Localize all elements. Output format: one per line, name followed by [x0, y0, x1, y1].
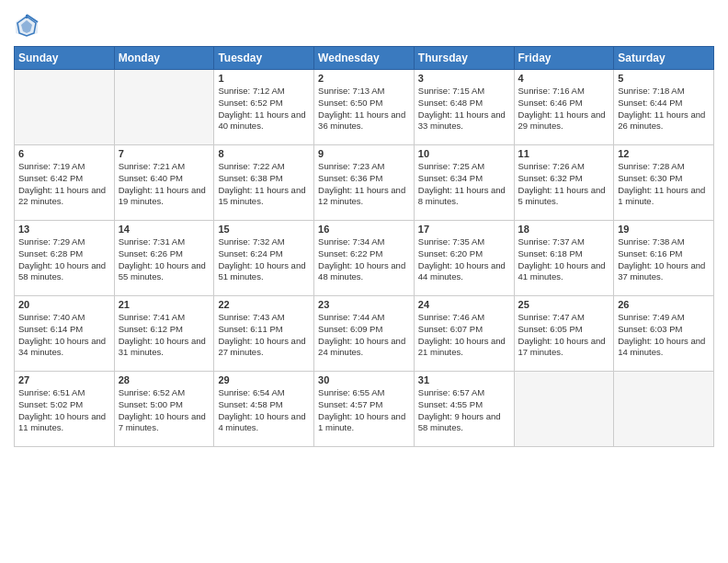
day-detail: Sunrise: 7:31 AMSunset: 6:26 PMDaylight:…	[119, 236, 210, 283]
calendar-cell: 19Sunrise: 7:38 AMSunset: 6:16 PMDayligh…	[614, 221, 714, 296]
calendar-week-row: 20Sunrise: 7:40 AMSunset: 6:14 PMDayligh…	[15, 296, 714, 372]
calendar-cell: 28Sunrise: 6:52 AMSunset: 5:00 PMDayligh…	[114, 372, 214, 447]
day-number: 22	[218, 299, 310, 310]
day-detail: Sunrise: 7:38 AMSunset: 6:16 PMDaylight:…	[618, 236, 710, 283]
calendar-cell: 15Sunrise: 7:32 AMSunset: 6:24 PMDayligh…	[214, 221, 314, 296]
day-header-sunday: Sunday	[15, 47, 115, 70]
day-number: 27	[18, 374, 110, 385]
day-detail: Sunrise: 7:49 AMSunset: 6:03 PMDaylight:…	[618, 312, 710, 359]
day-detail: Sunrise: 7:46 AMSunset: 6:07 PMDaylight:…	[418, 312, 510, 359]
day-number: 5	[618, 73, 710, 84]
day-detail: Sunrise: 6:55 AMSunset: 4:57 PMDaylight:…	[318, 387, 410, 434]
day-number: 21	[119, 299, 210, 310]
day-header-thursday: Thursday	[414, 47, 514, 70]
day-detail: Sunrise: 7:40 AMSunset: 6:14 PMDaylight:…	[18, 312, 110, 359]
calendar-cell: 21Sunrise: 7:41 AMSunset: 6:12 PMDayligh…	[114, 296, 214, 372]
calendar-cell: 23Sunrise: 7:44 AMSunset: 6:09 PMDayligh…	[314, 296, 415, 372]
logo-icon	[14, 13, 40, 39]
calendar-cell: 16Sunrise: 7:34 AMSunset: 6:22 PMDayligh…	[314, 221, 415, 296]
day-number: 20	[18, 299, 110, 310]
calendar-cell: 17Sunrise: 7:35 AMSunset: 6:20 PMDayligh…	[414, 221, 514, 296]
calendar-cell: 12Sunrise: 7:28 AMSunset: 6:30 PMDayligh…	[614, 145, 714, 221]
calendar-cell: 7Sunrise: 7:21 AMSunset: 6:40 PMDaylight…	[114, 145, 214, 221]
day-detail: Sunrise: 7:22 AMSunset: 6:38 PMDaylight:…	[218, 161, 310, 208]
day-detail: Sunrise: 7:12 AMSunset: 6:52 PMDaylight:…	[218, 86, 310, 132]
day-number: 14	[119, 224, 210, 235]
day-detail: Sunrise: 6:51 AMSunset: 5:02 PMDaylight:…	[18, 387, 110, 434]
calendar-week-row: 6Sunrise: 7:19 AMSunset: 6:42 PMDaylight…	[15, 145, 714, 221]
day-number: 9	[318, 148, 410, 159]
calendar-cell: 5Sunrise: 7:18 AMSunset: 6:44 PMDaylight…	[614, 70, 714, 145]
calendar-cell: 11Sunrise: 7:26 AMSunset: 6:32 PMDayligh…	[514, 145, 614, 221]
day-detail: Sunrise: 7:28 AMSunset: 6:30 PMDaylight:…	[618, 161, 710, 208]
day-number: 1	[218, 73, 310, 84]
day-detail: Sunrise: 7:26 AMSunset: 6:32 PMDaylight:…	[518, 161, 610, 208]
calendar-cell: 22Sunrise: 7:43 AMSunset: 6:11 PMDayligh…	[214, 296, 314, 372]
day-header-wednesday: Wednesday	[314, 47, 415, 70]
calendar-cell: 4Sunrise: 7:16 AMSunset: 6:46 PMDaylight…	[514, 70, 614, 145]
calendar-week-row: 27Sunrise: 6:51 AMSunset: 5:02 PMDayligh…	[15, 372, 714, 447]
day-number: 10	[418, 148, 510, 159]
day-detail: Sunrise: 6:52 AMSunset: 5:00 PMDaylight:…	[119, 387, 210, 434]
calendar-cell: 26Sunrise: 7:49 AMSunset: 6:03 PMDayligh…	[614, 296, 714, 372]
calendar-cell: 27Sunrise: 6:51 AMSunset: 5:02 PMDayligh…	[15, 372, 115, 447]
day-detail: Sunrise: 7:21 AMSunset: 6:40 PMDaylight:…	[119, 161, 210, 208]
day-number: 15	[218, 224, 310, 235]
calendar-cell: 31Sunrise: 6:57 AMSunset: 4:55 PMDayligh…	[414, 372, 514, 447]
calendar-cell: 2Sunrise: 7:13 AMSunset: 6:50 PMDaylight…	[314, 70, 415, 145]
day-detail: Sunrise: 7:35 AMSunset: 6:20 PMDaylight:…	[418, 236, 510, 283]
calendar-cell: 20Sunrise: 7:40 AMSunset: 6:14 PMDayligh…	[15, 296, 115, 372]
day-detail: Sunrise: 7:47 AMSunset: 6:05 PMDaylight:…	[518, 312, 610, 359]
calendar-cell: 29Sunrise: 6:54 AMSunset: 4:58 PMDayligh…	[214, 372, 314, 447]
calendar-cell: 14Sunrise: 7:31 AMSunset: 6:26 PMDayligh…	[114, 221, 214, 296]
calendar-cell: 30Sunrise: 6:55 AMSunset: 4:57 PMDayligh…	[314, 372, 415, 447]
day-detail: Sunrise: 7:23 AMSunset: 6:36 PMDaylight:…	[318, 161, 410, 208]
day-header-saturday: Saturday	[614, 47, 714, 70]
calendar-week-row: 1Sunrise: 7:12 AMSunset: 6:52 PMDaylight…	[15, 70, 714, 145]
day-number: 18	[518, 224, 610, 235]
day-number: 26	[618, 299, 710, 310]
day-number: 3	[418, 73, 510, 84]
calendar-cell	[114, 70, 214, 145]
day-number: 16	[318, 224, 410, 235]
calendar-cell	[514, 372, 614, 447]
day-number: 29	[218, 374, 310, 385]
day-number: 19	[618, 224, 710, 235]
calendar-cell: 25Sunrise: 7:47 AMSunset: 6:05 PMDayligh…	[514, 296, 614, 372]
day-detail: Sunrise: 7:13 AMSunset: 6:50 PMDaylight:…	[318, 86, 410, 132]
day-header-tuesday: Tuesday	[214, 47, 314, 70]
day-detail: Sunrise: 7:29 AMSunset: 6:28 PMDaylight:…	[18, 236, 110, 283]
day-detail: Sunrise: 7:19 AMSunset: 6:42 PMDaylight:…	[18, 161, 110, 208]
day-detail: Sunrise: 7:44 AMSunset: 6:09 PMDaylight:…	[318, 312, 410, 359]
calendar-cell: 24Sunrise: 7:46 AMSunset: 6:07 PMDayligh…	[414, 296, 514, 372]
day-number: 8	[218, 148, 310, 159]
calendar-cell	[15, 70, 115, 145]
day-header-monday: Monday	[114, 47, 214, 70]
calendar-cell: 8Sunrise: 7:22 AMSunset: 6:38 PMDaylight…	[214, 145, 314, 221]
day-number: 23	[318, 299, 410, 310]
calendar-cell: 18Sunrise: 7:37 AMSunset: 6:18 PMDayligh…	[514, 221, 614, 296]
calendar-cell: 9Sunrise: 7:23 AMSunset: 6:36 PMDaylight…	[314, 145, 415, 221]
day-header-friday: Friday	[514, 47, 614, 70]
day-number: 24	[418, 299, 510, 310]
calendar-week-row: 13Sunrise: 7:29 AMSunset: 6:28 PMDayligh…	[15, 221, 714, 296]
day-detail: Sunrise: 7:41 AMSunset: 6:12 PMDaylight:…	[119, 312, 210, 359]
day-number: 17	[418, 224, 510, 235]
calendar-cell	[614, 372, 714, 447]
calendar-header-row: SundayMondayTuesdayWednesdayThursdayFrid…	[15, 47, 714, 70]
day-detail: Sunrise: 7:32 AMSunset: 6:24 PMDaylight:…	[218, 236, 310, 283]
day-detail: Sunrise: 7:34 AMSunset: 6:22 PMDaylight:…	[318, 236, 410, 283]
day-number: 4	[518, 73, 610, 84]
day-detail: Sunrise: 7:15 AMSunset: 6:48 PMDaylight:…	[418, 86, 510, 132]
day-number: 31	[418, 374, 510, 385]
calendar-cell: 10Sunrise: 7:25 AMSunset: 6:34 PMDayligh…	[414, 145, 514, 221]
day-number: 13	[18, 224, 110, 235]
calendar-cell: 1Sunrise: 7:12 AMSunset: 6:52 PMDaylight…	[214, 70, 314, 145]
logo	[14, 13, 43, 39]
day-number: 12	[618, 148, 710, 159]
day-detail: Sunrise: 6:54 AMSunset: 4:58 PMDaylight:…	[218, 387, 310, 434]
day-number: 2	[318, 73, 410, 84]
day-number: 6	[18, 148, 110, 159]
day-number: 11	[518, 148, 610, 159]
day-detail: Sunrise: 7:16 AMSunset: 6:46 PMDaylight:…	[518, 86, 610, 132]
